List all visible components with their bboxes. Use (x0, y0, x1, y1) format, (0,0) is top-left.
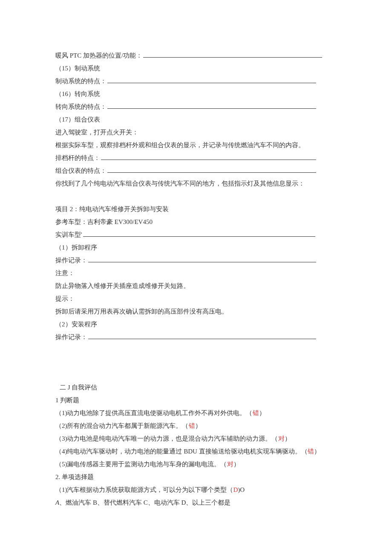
mc-q1-options: A、燃油汽车 B、替代燃料汽车 C、电动汽车 D、以上三个都是 (55, 496, 337, 509)
spacer-1 (55, 190, 337, 203)
ref-model: 参考车型：吉利帝豪 EV300/EV450 (55, 215, 337, 228)
item16-label: 转向系统的特点： (55, 103, 107, 110)
ptc-line: 暖风 PTC 加热器的位置/功能： (55, 49, 337, 62)
item17-line3: 排档杆的特点： (55, 151, 337, 164)
item17-line1: 进入驾驶室，打开点火开关： (55, 126, 337, 139)
train-model-blank (83, 230, 315, 237)
tf-q5-answer: 对 (227, 461, 233, 468)
assessment-heading-text: 二 J 自我评估 (60, 384, 97, 391)
step2-record-line: 操作记录： (55, 331, 337, 343)
step1-record-line: 操作记录： (55, 254, 337, 267)
part1-heading: 1 判断题 (55, 394, 337, 407)
note-label: 注意： (55, 267, 337, 279)
document-page: 暖风 PTC 加热器的位置/功能： （15）制动系统 制动系统的特点： （16）… (0, 0, 392, 555)
step1-record-label: 操作记录： (55, 257, 87, 264)
tf-q4-answer: 错 (308, 448, 314, 455)
tf-q5: （5)漏电传感器主要用于监测动力电池与车身的漏电电流。（对） (55, 458, 337, 471)
item17-label3: 排档杆的特点： (55, 154, 100, 161)
tf-q3-answer: 对 (278, 435, 285, 442)
ptc-label: 暖风 PTC 加热器的位置/功能： (55, 52, 142, 59)
tf-q5-close: ） (233, 461, 240, 468)
train-model-label: 实训车型' (55, 231, 82, 238)
tf-q1-answer: 错 (253, 410, 259, 416)
tf-q3-close: ） (285, 435, 291, 442)
item17-line4: 组合仪表的特点： (55, 164, 337, 177)
item15-blank (107, 76, 316, 83)
item17-line5: 你找到了几个纯电动汽车组合仪表与传统汽车不同的地方，包括指示灯及其他信息显示： (55, 177, 337, 190)
spacer-2 (55, 343, 337, 381)
mc-q1-optA-letter: A (55, 499, 59, 506)
tf-q2-text: （2)所有的混合动力汽车都属于新能源汽车。（ (55, 422, 189, 429)
tf-q4: （4)纯电动汽车驱动时，动力电池的能量通过 BDU 直接输送给驱动电机实现车辆驱… (55, 445, 337, 458)
mc-q1: （1)汽车根据动力系统获取能源方式，可以分为以下哪个类型（D)O (55, 483, 337, 496)
item17-line2: 根据实际车型，观察排档杆外观和组合仪表的显示，并记录与传统燃油汽车不同的内容。 (55, 139, 337, 151)
tf-q5-text: （5)漏电传感器主要用于监测动力电池与车身的漏电电流。（ (55, 461, 227, 468)
tf-q1-text: （1)动力电池除了提供高压直流电使驱动电机工作外不再对外供电。（ (55, 410, 253, 416)
item15-line: 制动系统的特点： (55, 75, 337, 87)
tf-q4-text: （4)纯电动汽车驱动时，动力电池的能量通过 BDU 直接输送给驱动电机实现车辆驱… (55, 448, 308, 455)
item17-blank4 (107, 166, 316, 173)
mc-q1-text: （1)汽车根据动力系统获取能源方式，可以分为以下哪个类型（ (55, 486, 233, 493)
step1-record-blank (88, 256, 316, 262)
step1-heading: （1）拆卸程序 (55, 241, 337, 254)
mc-q1-answer: D (233, 486, 238, 493)
mc-q1-suffix: )O (238, 486, 245, 493)
item17-blank3 (101, 153, 316, 160)
step2-heading: （2）安装程序 (55, 318, 337, 331)
step2-record-blank (88, 332, 316, 339)
item15-heading: （15）制动系统 (55, 62, 337, 75)
tf-q2-close: ） (195, 422, 202, 429)
tf-q4-close: ） (314, 448, 320, 455)
tf-q1-close: ） (259, 410, 265, 416)
item17-heading: （17）组合仪表 (55, 113, 337, 126)
train-model-line: 实训车型' (55, 228, 337, 241)
tf-q1: （1)动力电池除了提供高压直流电使驱动电机工作外不再对外供电。（错） (55, 407, 337, 419)
note-text: 防止异物落入维修开关插座造成维修开关短路。 (55, 279, 337, 292)
step2-record-label: 操作记录： (55, 334, 87, 340)
tf-q3-text: （3)动力电池是纯电动汽车唯一的动力源，也是混合动力汽车辅助的动力源。（ (55, 435, 278, 442)
tip-text: 拆卸后请采用万用表再次确认需拆卸的高压部件没有高压电。 (55, 305, 337, 318)
item17-label4: 组合仪表的特点： (55, 167, 107, 174)
project2-title: 项目 2：纯电动汽车维修开关拆卸与安装 (55, 203, 337, 215)
tf-q2: （2)所有的混合动力汽车都属于新能源汽车。（错） (55, 419, 337, 432)
item16-heading: （16）转向系统 (55, 87, 337, 100)
item16-line: 转向系统的特点： (55, 100, 337, 113)
mc-q1-opts-rest: 、燃油汽车 B、替代燃料汽车 C、电动汽车 D、以上三个都是 (59, 499, 231, 506)
tf-q2-answer: 错 (189, 422, 195, 429)
tf-q3: （3)动力电池是纯电动汽车唯一的动力源，也是混合动力汽车辅助的动力源。（对） (55, 432, 337, 445)
assessment-heading: 二 J 自我评估 (55, 381, 337, 394)
item16-blank (107, 102, 316, 109)
tip-label: 提示： (55, 292, 337, 305)
ptc-blank (143, 51, 322, 58)
item15-label: 制动系统的特点： (55, 78, 107, 84)
part2-heading: 2. 单项选择题 (55, 471, 337, 483)
